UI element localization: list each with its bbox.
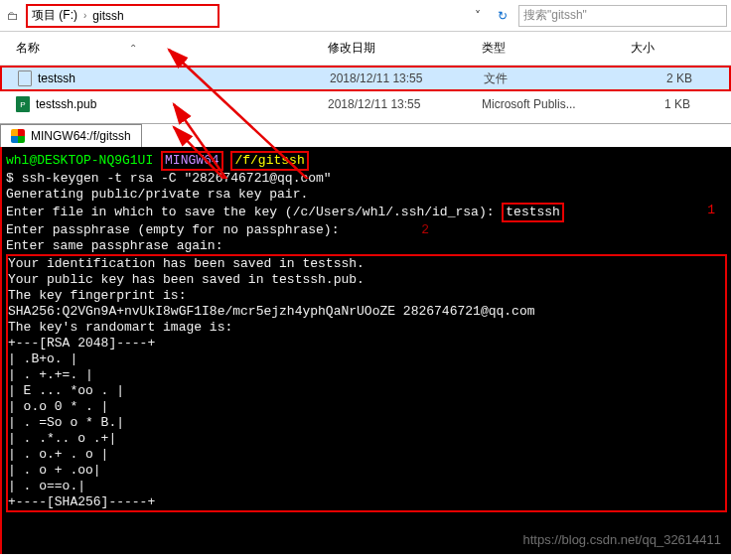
sort-indicator-icon: ⌃ [129,43,137,54]
mingw-icon [11,129,25,143]
chevron-right-icon: › [81,10,88,21]
annotation-label-2: 2 [421,222,429,238]
breadcrumb-drive[interactable]: 项目 (F:) [32,7,77,24]
publisher-file-icon: P [16,96,30,112]
randomart-line: | . +.+=. | [8,367,725,383]
terminal-line: The key's randomart image is: [8,320,725,336]
file-name-label: testssh [38,71,75,85]
col-header-type[interactable]: 类型 [482,41,506,55]
file-size: 2 KB [633,71,722,85]
watermark: https://blog.csdn.net/qq_32614411 [523,532,722,548]
search-input[interactable]: 搜索"gitssh" [518,5,727,27]
terminal-line: Enter passphrase (empty for no passphras… [6,222,727,238]
search-placeholder: 搜索"gitssh" [523,7,587,24]
prompt-env: MINGW64 [161,151,223,171]
file-type: Microsoft Publis... [482,97,631,111]
terminal-tab[interactable]: MINGW64:/f/gitssh [0,124,142,148]
terminal-line: SHA256:Q2VGn9A+nvUkI8wGF1I8e/mcr5ejzh4yp… [8,304,725,320]
randomart-line: +----[SHA256]-----+ [8,494,725,510]
file-date: 2018/12/11 13:55 [330,71,484,85]
file-row[interactable]: P testssh.pub 2018/12/11 13:55 Microsoft… [0,91,731,117]
file-row[interactable]: testssh 2018/12/11 13:55 文件 2 KB [0,66,731,91]
col-header-date[interactable]: 修改日期 [328,41,375,55]
file-icon [18,70,32,86]
command-text: ssh-keygen -t rsa -C "2826746721@qq.com" [22,171,332,186]
refresh-button[interactable]: ↻ [491,5,514,27]
randomart-line: | . =So o * B.| [8,415,725,431]
terminal-line: $ ssh-keygen -t rsa -C "2826746721@qq.co… [6,171,727,187]
terminal-output-box: Your identification has been saved in te… [6,254,727,512]
folder-icon: 🗀 [4,7,22,25]
terminal-line: Your public key has been saved in testss… [8,272,725,288]
randomart-line: | o.o 0 * . | [8,399,725,415]
file-type: 文件 [484,70,633,87]
keygen-filename-input: testssh [502,203,564,222]
terminal-line: Enter same passphrase again: [6,238,727,254]
randomart-line: | . o==o.| [8,479,725,494]
terminal-text: Enter passphrase (empty for no passphras… [6,222,339,237]
file-size: 1 KB [631,97,720,111]
terminal-tab-bar: MINGW64:/f/gitssh [0,123,731,147]
prompt-user: whl@DESKTOP-NQ9G1UI [6,153,153,168]
breadcrumb-folder[interactable]: gitssh [92,9,123,23]
randomart-line: | E ... *oo . | [8,383,725,399]
randomart-line: +---[RSA 2048]----+ [8,336,725,351]
terminal-line: whl@DESKTOP-NQ9G1UI MINGW64 /f/gitssh [6,151,727,171]
terminal-body[interactable]: whl@DESKTOP-NQ9G1UI MINGW64 /f/gitssh $ … [0,147,731,554]
terminal-line: Generating public/private rsa key pair. [6,187,727,203]
col-header-size[interactable]: 大小 [631,41,655,55]
explorer-address-bar: 🗀 项目 (F:) › gitssh ˅ ↻ 搜索"gitssh" [0,0,731,32]
terminal-line: Enter file in which to save the key (/c/… [6,203,727,222]
prompt-symbol: $ [6,171,14,186]
column-headers: 名称 ⌃ 修改日期 类型 大小 [0,32,731,66]
randomart-line: | . o + .oo| [8,463,725,479]
randomart-line: | .B+o. | [8,351,725,367]
terminal-line: Your identification has been saved in te… [8,256,725,272]
prompt-path: /f/gitssh [230,151,308,171]
col-header-name[interactable]: 名称 [16,40,40,57]
file-date: 2018/12/11 13:55 [328,97,482,111]
file-name-label: testssh.pub [36,97,96,111]
randomart-line: | . o.+ . o | [8,447,725,463]
terminal-text: Enter file in which to save the key (/c/… [6,205,494,219]
breadcrumb[interactable]: 项目 (F:) › gitssh [26,4,219,28]
terminal-line: The key fingerprint is: [8,288,725,304]
address-dropdown-button[interactable]: ˅ [469,9,487,23]
randomart-line: | . .*.. o .+| [8,431,725,447]
annotation-label-1: 1 [707,203,715,218]
terminal-tab-title: MINGW64:/f/gitssh [31,129,131,143]
